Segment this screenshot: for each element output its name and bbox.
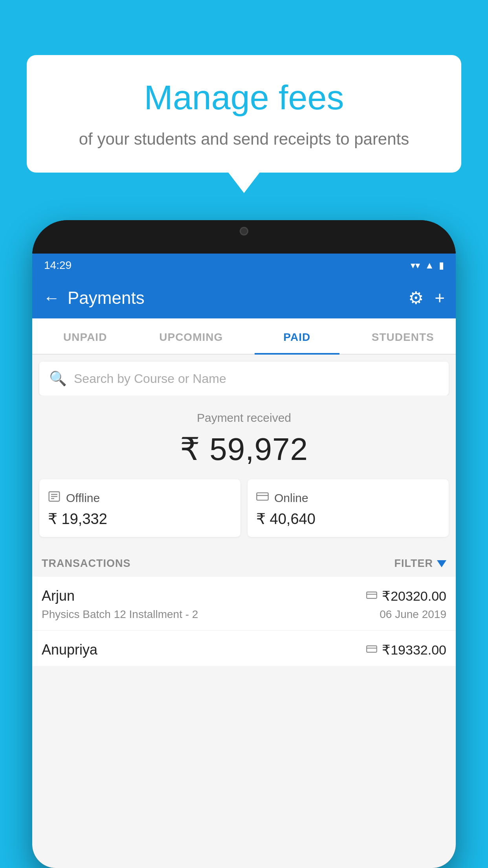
transaction-card-icon xyxy=(366,590,377,602)
transaction-bottom: Physics Batch 12 Installment - 2 06 June… xyxy=(42,608,446,621)
tab-paid[interactable]: PAID xyxy=(244,318,350,354)
payment-total-amount: ₹ 59,972 xyxy=(40,431,448,467)
battery-icon: ▮ xyxy=(439,260,444,271)
partial-card-icon xyxy=(366,644,377,656)
online-label: Online xyxy=(274,491,308,505)
screen-content: 🔍 Search by Course or Name Payment recei… xyxy=(32,362,456,666)
notch xyxy=(213,220,275,242)
transactions-header: TRANSACTIONS FILTER xyxy=(32,549,456,577)
online-amount: ₹ 40,640 xyxy=(256,510,440,528)
offline-icon xyxy=(48,490,61,506)
transaction-amount: ₹20320.00 xyxy=(382,588,446,604)
signal-icon: ▲ xyxy=(425,260,434,271)
transactions-label: TRANSACTIONS xyxy=(42,557,131,570)
transaction-name: Arjun xyxy=(42,588,75,604)
payment-received-section: Payment received ₹ 59,972 xyxy=(32,395,456,479)
online-card-header: Online xyxy=(256,490,440,506)
phone-top-bezel xyxy=(32,220,456,254)
status-time: 14:29 xyxy=(44,259,72,272)
transaction-row[interactable]: Arjun ₹20320.00 Physics Batch 12 Install… xyxy=(32,577,456,631)
offline-card-header: Offline xyxy=(48,490,232,506)
speech-bubble-container: Manage fees of your students and send re… xyxy=(27,55,461,173)
offline-label: Offline xyxy=(66,491,100,505)
online-card: Online ₹ 40,640 xyxy=(248,479,449,537)
tab-upcoming[interactable]: UPCOMING xyxy=(138,318,244,354)
transaction-amount-wrap: ₹20320.00 xyxy=(366,588,446,604)
offline-card: Offline ₹ 19,332 xyxy=(39,479,240,537)
app-bar: ← Payments ⚙ + xyxy=(32,277,456,318)
tab-students[interactable]: STUDENTS xyxy=(350,318,456,354)
add-button[interactable]: + xyxy=(435,288,445,308)
partial-transaction-amount: ₹19332.00 xyxy=(382,642,446,658)
partial-transaction-name: Anupriya xyxy=(42,642,97,658)
transaction-top: Arjun ₹20320.00 xyxy=(42,588,446,604)
svg-rect-8 xyxy=(367,645,377,652)
speech-bubble: Manage fees of your students and send re… xyxy=(27,55,461,173)
status-icons: ▾▾ ▲ ▮ xyxy=(411,260,444,271)
offline-amount: ₹ 19,332 xyxy=(48,510,232,528)
bubble-subtitle: of your students and send receipts to pa… xyxy=(46,128,442,151)
app-bar-title: Payments xyxy=(68,288,145,308)
tabs-bar: UNPAID UPCOMING PAID STUDENTS xyxy=(32,318,456,355)
app-bar-left: ← Payments xyxy=(43,288,145,308)
settings-icon[interactable]: ⚙ xyxy=(408,288,424,308)
status-bar: 14:29 ▾▾ ▲ ▮ xyxy=(32,254,456,277)
partial-amount-wrap: ₹19332.00 xyxy=(366,642,446,658)
search-icon: 🔍 xyxy=(49,370,67,387)
tab-unpaid[interactable]: UNPAID xyxy=(32,318,138,354)
app-bar-right: ⚙ + xyxy=(408,288,445,308)
svg-rect-4 xyxy=(257,493,268,500)
wifi-icon: ▾▾ xyxy=(411,260,420,271)
transaction-date: 06 June 2019 xyxy=(380,608,446,621)
filter-button[interactable]: FILTER xyxy=(394,557,446,570)
back-button[interactable]: ← xyxy=(43,289,60,307)
phone-frame: 14:29 ▾▾ ▲ ▮ ← Payments ⚙ + UNPAID xyxy=(32,220,456,868)
filter-triangle-icon xyxy=(437,560,446,567)
payment-cards: Offline ₹ 19,332 Online xyxy=(32,479,456,549)
payment-received-label: Payment received xyxy=(40,411,448,425)
search-bar[interactable]: 🔍 Search by Course or Name xyxy=(39,362,449,395)
transaction-course: Physics Batch 12 Installment - 2 xyxy=(42,608,198,621)
bubble-title: Manage fees xyxy=(46,79,442,117)
svg-rect-6 xyxy=(367,592,377,598)
camera xyxy=(240,227,248,235)
transaction-row-partial[interactable]: Anupriya ₹19332.00 xyxy=(32,631,456,666)
search-placeholder: Search by Course or Name xyxy=(74,371,226,386)
phone-screen: 14:29 ▾▾ ▲ ▮ ← Payments ⚙ + UNPAID xyxy=(32,254,456,868)
online-icon xyxy=(256,490,269,506)
filter-label: FILTER xyxy=(394,557,433,570)
